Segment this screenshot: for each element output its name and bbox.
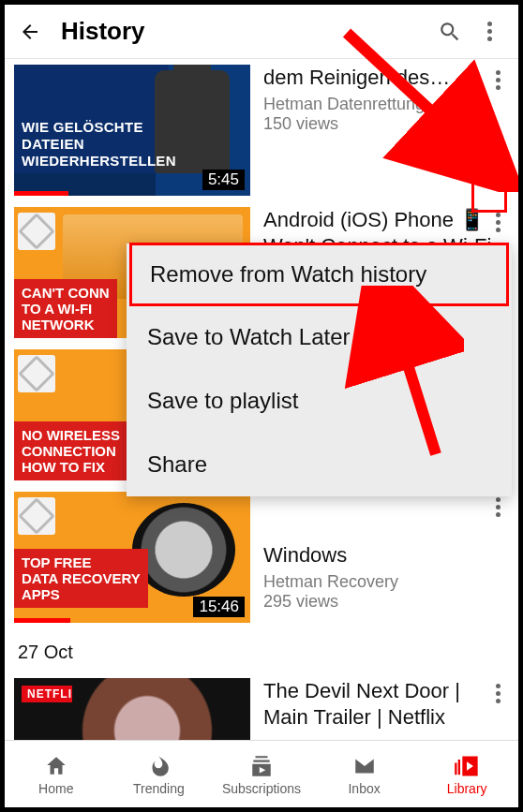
more-vert-icon [487, 22, 492, 41]
nav-trending[interactable]: Trending [108, 741, 211, 807]
home-icon [43, 753, 69, 779]
nav-label: Inbox [348, 781, 380, 796]
video-title: dem Reinigen des… [263, 65, 505, 91]
nav-home[interactable]: Home [5, 741, 108, 807]
video-item[interactable]: TOP FREE DATA RECOVERY APPS 15:46 Window… [5, 486, 518, 628]
back-button[interactable] [18, 20, 42, 44]
overflow-button[interactable] [473, 16, 505, 48]
video-meta: Windows Hetman Recovery 295 views [250, 492, 509, 623]
date-section-header: 27 Oct [5, 628, 518, 672]
video-item[interactable]: NETFLIX The Devil Next Door | Main Trail… [5, 672, 518, 740]
library-icon [454, 753, 480, 779]
search-icon [438, 20, 462, 44]
menu-item-share[interactable]: Share [127, 433, 512, 496]
video-meta: dem Reinigen des… Hetman Datenrettung 15… [250, 65, 509, 196]
duration-badge: 15:46 [193, 597, 245, 617]
app-header: History [5, 5, 518, 59]
view-count: 295 views [263, 592, 505, 612]
video-title: The Devil Next Door | Main Trailer | Net… [263, 678, 505, 731]
more-vert-icon [496, 684, 501, 703]
bottom-nav: Home Trending Subscriptions Inbox Librar… [5, 740, 518, 807]
nav-subscriptions[interactable]: Subscriptions [210, 741, 313, 807]
subscriptions-icon [248, 753, 275, 779]
view-count: 150 views [263, 114, 505, 134]
video-menu-button[interactable] [485, 66, 511, 93]
nav-inbox[interactable]: Inbox [313, 741, 416, 807]
watch-progress [14, 191, 68, 196]
mail-icon [351, 753, 378, 779]
thumb-overlay-text: CAN'T CONN TO A WI-FI NETWORK [14, 279, 117, 338]
menu-item-remove-history[interactable]: Remove from Watch history [129, 243, 509, 306]
thumb-overlay-text: TOP FREE DATA RECOVERY APPS [14, 549, 148, 608]
menu-item-watch-later[interactable]: Save to Watch Later [127, 305, 512, 369]
video-title: Windows [263, 542, 505, 568]
video-meta: The Devil Next Door | Main Trailer | Net… [250, 678, 509, 740]
arrow-left-icon [19, 21, 41, 43]
channel-name: Hetman Recovery [263, 572, 505, 592]
more-vert-icon [496, 497, 501, 517]
watch-progress [14, 618, 70, 623]
video-thumbnail: WIE GELÖSCHTE DATEIEN WIEDERHERSTELLEN 5… [14, 65, 250, 196]
flame-icon [145, 753, 172, 779]
nav-label: Subscriptions [222, 781, 301, 796]
video-menu-button[interactable] [485, 680, 511, 706]
menu-item-save-playlist[interactable]: Save to playlist [127, 369, 512, 433]
video-thumbnail: TOP FREE DATA RECOVERY APPS 15:46 [14, 492, 250, 623]
more-vert-icon [496, 70, 501, 90]
thumb-overlay-text: WIE GELÖSCHTE DATEIEN WIEDERHERSTELLEN [14, 113, 184, 177]
nav-label: Home [38, 781, 73, 796]
more-vert-icon [496, 213, 501, 232]
search-button[interactable] [434, 16, 466, 48]
video-menu-button[interactable] [485, 209, 511, 235]
nav-label: Trending [133, 781, 185, 796]
duration-badge: 5:45 [202, 170, 245, 190]
nav-library[interactable]: Library [415, 741, 518, 807]
video-thumbnail: NETFLIX [14, 678, 250, 740]
nav-label: Library [447, 781, 487, 796]
channel-name: Hetman Datenrettung [263, 95, 505, 114]
context-menu: Remove from Watch history Save to Watch … [127, 244, 512, 496]
video-item[interactable]: WIE GELÖSCHTE DATEIEN WIEDERHERSTELLEN 5… [5, 59, 518, 201]
thumb-overlay-text: NO WIRELESS CONNECTION HOW TO FIX [14, 421, 127, 480]
page-title: History [61, 17, 426, 46]
video-menu-button[interactable] [485, 494, 511, 520]
